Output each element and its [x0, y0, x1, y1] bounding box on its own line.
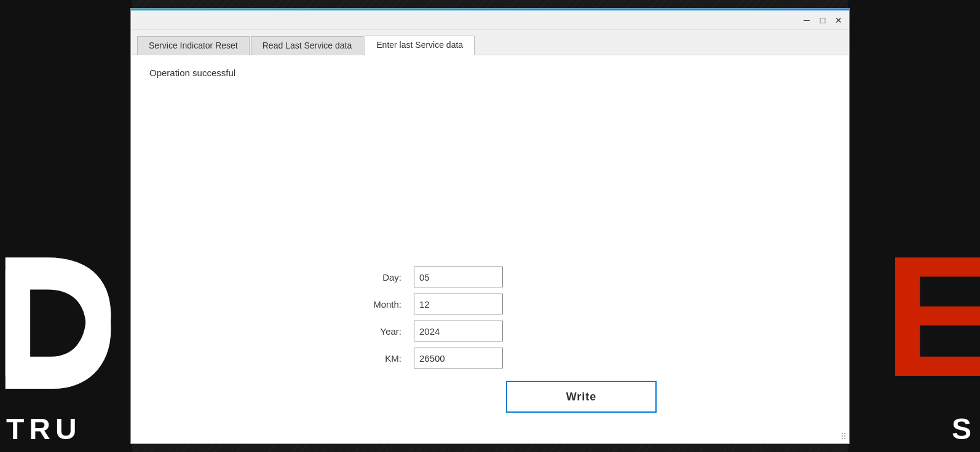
month-label: Month:: [149, 299, 414, 310]
month-row: Month:: [149, 294, 831, 314]
tab-bar: Service Indicator Reset Read Last Servic…: [131, 30, 849, 55]
km-row: KM:: [149, 348, 831, 368]
bg-letter-e: E: [883, 218, 980, 415]
window-controls: ─ □ ✕: [801, 15, 844, 26]
month-input[interactable]: [414, 294, 503, 314]
day-input[interactable]: [414, 267, 503, 287]
tab-service-indicator-reset[interactable]: Service Indicator Reset: [137, 36, 250, 55]
title-bar: ─ □ ✕: [131, 10, 849, 30]
bg-left-text: TRU: [6, 412, 82, 446]
main-window: ─ □ ✕ Service Indicator Reset Read Last …: [130, 8, 850, 444]
year-label: Year:: [149, 326, 414, 337]
resize-handle[interactable]: ⠿: [840, 432, 847, 441]
tab-read-last-service[interactable]: Read Last Service data: [251, 36, 364, 55]
form-area: Day: Month: Year: KM: Write: [149, 90, 831, 431]
write-button-area: Write: [149, 381, 831, 413]
km-label: KM:: [149, 353, 414, 364]
content-area: Operation successful Day: Month: Year: K…: [131, 55, 849, 443]
bg-right-text: S: [952, 412, 974, 446]
minimize-button[interactable]: ─: [801, 15, 812, 26]
km-input[interactable]: [414, 348, 503, 368]
bg-letter-d: D: [0, 243, 118, 415]
maximize-button[interactable]: □: [817, 15, 828, 26]
year-input[interactable]: [414, 321, 503, 341]
close-button[interactable]: ✕: [833, 15, 844, 26]
bg-right-panel: E S: [848, 0, 980, 452]
day-label: Day:: [149, 272, 414, 282]
year-row: Year:: [149, 321, 831, 341]
status-message: Operation successful: [149, 68, 831, 78]
bg-left-panel: D TRU: [0, 0, 132, 452]
tab-enter-last-service[interactable]: Enter last Service data: [365, 36, 475, 55]
day-row: Day:: [149, 267, 831, 287]
write-button[interactable]: Write: [506, 381, 657, 413]
